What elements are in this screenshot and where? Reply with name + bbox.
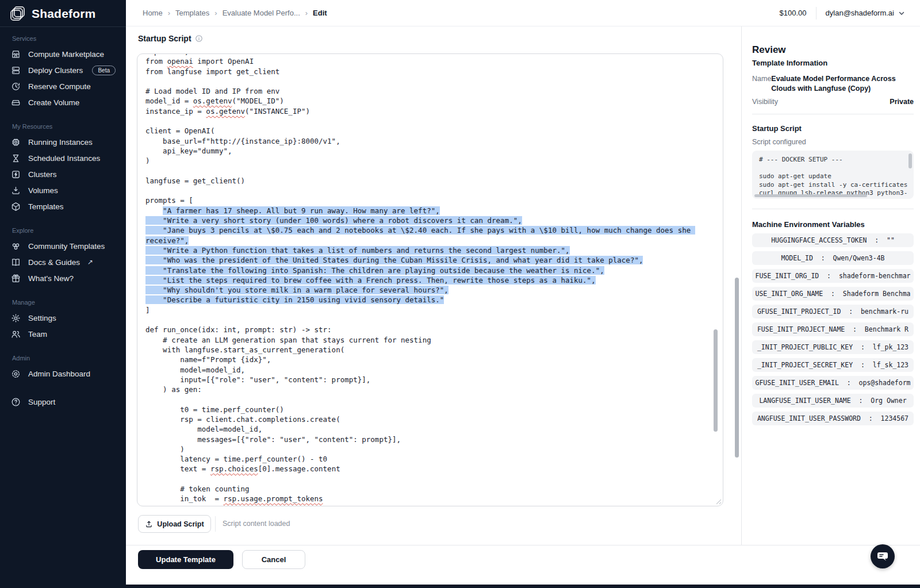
sidebar-item-team[interactable]: Team bbox=[0, 326, 126, 342]
misspelled-code-text: rsp.choices bbox=[210, 464, 258, 473]
upload-status-text: Script content loaded bbox=[223, 520, 290, 528]
script-configured-status: Script configured bbox=[752, 138, 806, 146]
visibility-value: Private bbox=[890, 98, 914, 106]
storefront-icon bbox=[11, 49, 21, 59]
community-icon bbox=[11, 241, 21, 251]
sidebar-item-settings[interactable]: Settings bbox=[0, 310, 126, 326]
env-var-pill: GFUSE_INIT_PROJECT_ID : benchmark-ru bbox=[752, 305, 914, 318]
sidebar-item-label: Compute Marketplace bbox=[28, 50, 104, 59]
misspelled-code-text: os.getenv bbox=[193, 97, 232, 105]
nav-section-label: Admin bbox=[12, 355, 126, 362]
account-email: dylan@shadeform.ai bbox=[826, 9, 894, 17]
admin-gear-icon bbox=[11, 369, 21, 379]
breadcrumb-separator-icon: › bbox=[214, 9, 217, 17]
drive-icon bbox=[11, 98, 21, 107]
env-var-pill: _INIT_PROJECT_PUBLIC_KEY : lf_pk_123 bbox=[752, 340, 914, 354]
sidebar-item-clusters[interactable]: Clusters bbox=[0, 166, 126, 182]
page-scrollbar-thumb[interactable] bbox=[735, 278, 739, 458]
sidebar-item-support[interactable]: Support bbox=[0, 394, 126, 410]
sidebar-item-label: Templates bbox=[28, 202, 64, 211]
env-var-pill: GFUSE_INIT_USER_EMAIL : ops@shadeform bbox=[752, 376, 914, 390]
bottom-window-edge bbox=[0, 585, 920, 588]
sidebar-item-label: Support bbox=[28, 398, 55, 406]
sidebar-item-docs-guides[interactable]: Docs & Guides↗ bbox=[0, 254, 126, 270]
brand-logo[interactable]: Shadeform bbox=[0, 0, 126, 27]
shadeform-logo-icon bbox=[9, 5, 26, 22]
gift-icon bbox=[11, 274, 21, 283]
upload-script-button[interactable]: Upload Script bbox=[138, 515, 211, 533]
sidebar-item-label: Settings bbox=[28, 314, 56, 322]
preview-hscrollbar-thumb[interactable] bbox=[754, 194, 867, 197]
env-var-pill: USE_INIT_ORG_NAME : Shadeform Benchma bbox=[752, 287, 914, 301]
cancel-button[interactable]: Cancel bbox=[242, 550, 305, 569]
sidebar-item-label: Docs & Guides bbox=[28, 258, 80, 267]
template-name-label: Name bbox=[752, 74, 771, 94]
nav-section-label: Services bbox=[12, 35, 126, 42]
startup-script-editor[interactable]: import os, time from openai import OpenA… bbox=[137, 53, 723, 506]
breadcrumb-separator-icon: › bbox=[168, 9, 170, 17]
sidebar-item-label: Clusters bbox=[28, 170, 57, 179]
sidebar-item-compute-marketplace[interactable]: Compute Marketplace bbox=[0, 46, 126, 62]
breadcrumb-home[interactable]: Home bbox=[143, 9, 163, 17]
account-menu[interactable]: dylan@shadeform.ai bbox=[826, 9, 905, 17]
info-icon[interactable] bbox=[195, 34, 203, 43]
sidebar-item-label: Community Templates bbox=[28, 242, 105, 251]
hourglass-icon bbox=[11, 153, 21, 163]
sidebar-item-label: Running Instances bbox=[28, 138, 93, 147]
code-text: import os, time bbox=[145, 54, 210, 56]
startup-script-label-text: Startup Script bbox=[138, 34, 191, 43]
sidebar-item-scheduled-instances[interactable]: Scheduled Instances bbox=[0, 150, 126, 166]
sidebar-item-create-volume[interactable]: Create Volume bbox=[0, 94, 126, 110]
sidebar-item-deploy-clusters[interactable]: Deploy ClustersBeta bbox=[0, 62, 126, 78]
env-var-pill: MODEL_ID : Qwen/Qwen3-4B bbox=[752, 251, 914, 265]
account-balance[interactable]: $100.00 bbox=[780, 9, 807, 17]
update-template-button[interactable]: Update Template bbox=[138, 550, 233, 569]
sidebar-item-volumes[interactable]: Volumes bbox=[0, 182, 126, 198]
external-link-icon: ↗ bbox=[87, 258, 93, 266]
servers-icon bbox=[11, 66, 21, 75]
code-text: ] def run_once(idx: int, prompt: str) ->… bbox=[145, 306, 431, 474]
breadcrumb-evaluate-model-perfo[interactable]: Evaluate Model Perfo... bbox=[223, 9, 300, 17]
misspelled-code-text: openai bbox=[167, 57, 193, 66]
upload-icon bbox=[145, 520, 153, 528]
preview-vscrollbar-thumb[interactable] bbox=[908, 153, 912, 168]
sidebar-item-admin-dashboard[interactable]: Admin Dashboard bbox=[0, 366, 126, 382]
template-name-row: Name Evaluate Model Performance Across C… bbox=[752, 74, 914, 94]
startup-script-label: Startup Script bbox=[138, 34, 203, 43]
team-icon bbox=[11, 329, 21, 339]
bottom-action-bar: Update Template Cancel bbox=[126, 545, 920, 585]
sidebar-item-label: Admin Dashboard bbox=[28, 370, 90, 378]
download-drive-icon bbox=[11, 186, 21, 195]
editor-scrollbar-thumb[interactable] bbox=[714, 329, 718, 432]
startup-script-heading: Startup Script bbox=[752, 124, 802, 133]
sidebar-item-what-s-new[interactable]: What's New? bbox=[0, 270, 126, 286]
topbar: Home›Templates›Evaluate Model Perfo...›E… bbox=[126, 0, 920, 26]
sidebar-item-community-templates[interactable]: Community Templates bbox=[0, 238, 126, 254]
sidebar-item-templates[interactable]: Templates bbox=[0, 198, 126, 214]
misspelled-code-text: rsp.usage.prompt_tokens bbox=[223, 494, 323, 503]
sidebar-item-label: Create Volume bbox=[28, 98, 79, 107]
upload-script-label: Upload Script bbox=[157, 520, 204, 528]
breadcrumb-templates[interactable]: Templates bbox=[175, 9, 209, 17]
sidebar-item-running-instances[interactable]: Running Instances bbox=[0, 134, 126, 150]
template-name-value: Evaluate Model Performance Across Clouds… bbox=[771, 74, 914, 94]
sidebar-item-label: Scheduled Instances bbox=[28, 154, 100, 163]
support-chat-button[interactable] bbox=[871, 544, 895, 568]
script-preview[interactable]: # --- DOCKER SETUP --- sudo apt-get upda… bbox=[752, 151, 914, 199]
panel-divider bbox=[752, 209, 914, 209]
topbar-right: $100.00 dylan@shadeform.ai bbox=[780, 7, 905, 20]
book-icon bbox=[11, 258, 21, 267]
sidebar-item-label: Reserve Compute bbox=[28, 82, 91, 91]
breadcrumb: Home›Templates›Evaluate Model Perfo...›E… bbox=[143, 9, 327, 17]
sidebar-item-reserve-compute[interactable]: Reserve Compute bbox=[0, 78, 126, 94]
script-preview-code: # --- DOCKER SETUP --- sudo apt-get upda… bbox=[752, 151, 914, 199]
env-vars-list: HUGGINGFACE_ACCESS_TOKEN : ""MODEL_ID : … bbox=[752, 233, 914, 425]
visibility-label: Visibility bbox=[752, 98, 778, 106]
sidebar-item-label: Volumes bbox=[28, 186, 58, 195]
review-panel: Review Template Information Name Evaluat… bbox=[741, 26, 920, 545]
env-var-pill: FUSE_INIT_ORG_ID : shadeform-benchmar bbox=[752, 269, 914, 283]
sidebar-item-label: What's New? bbox=[28, 274, 74, 283]
cluster-icon bbox=[11, 170, 21, 179]
review-title: Review bbox=[752, 44, 786, 56]
reserve-clock-icon bbox=[11, 82, 21, 91]
